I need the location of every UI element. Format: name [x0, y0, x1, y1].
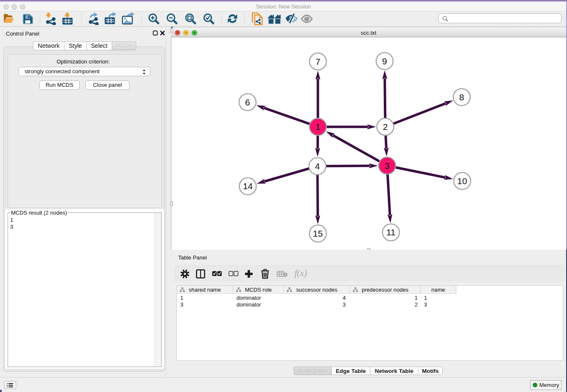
svg-text:9: 9	[382, 56, 387, 66]
svg-text:2: 2	[383, 122, 388, 132]
svg-text:8: 8	[459, 92, 464, 102]
svg-text:6: 6	[245, 97, 250, 107]
svg-text:10: 10	[457, 176, 467, 186]
svg-text:3: 3	[385, 161, 390, 171]
svg-text:11: 11	[386, 227, 396, 237]
svg-text:1: 1	[315, 122, 320, 132]
svg-text:4: 4	[315, 161, 320, 171]
svg-text:7: 7	[315, 57, 320, 66]
svg-text:15: 15	[313, 229, 323, 238]
svg-text:14: 14	[243, 181, 253, 191]
